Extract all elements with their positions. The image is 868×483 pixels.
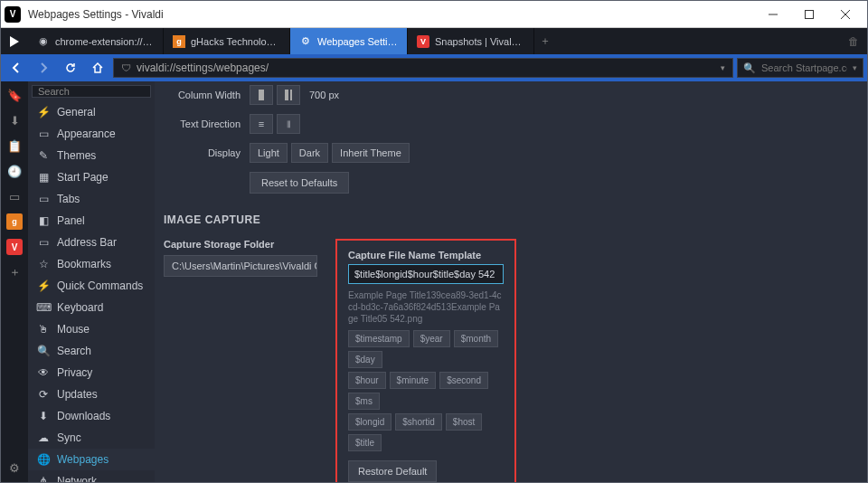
sidebar-item-label: Panel: [57, 214, 85, 227]
template-chip[interactable]: $day: [348, 351, 382, 368]
history-panel-icon[interactable]: 🕘: [6, 163, 23, 179]
window-title: Webpages Settings - Vivaldi: [28, 8, 755, 21]
sidebar-item-address-bar[interactable]: ▭Address Bar: [28, 232, 155, 253]
sidebar-item-keyboard[interactable]: ⌨Keyboard: [28, 297, 155, 318]
template-chip[interactable]: $year: [413, 330, 450, 347]
settings-sidebar: Search ⚡General▭Appearance✎Themes▦Start …: [28, 81, 155, 483]
sidebar-item-tabs[interactable]: ▭Tabs: [28, 188, 155, 210]
home-button[interactable]: [86, 57, 109, 79]
template-chip[interactable]: $timestamp: [348, 330, 410, 347]
sidebar-item-label: Themes: [57, 149, 96, 162]
sidebar-item-label: Quick Commands: [57, 279, 143, 292]
reset-defaults-button[interactable]: Reset to Defaults: [250, 172, 349, 194]
sidebar-item-privacy[interactable]: 👁Privacy: [28, 362, 155, 384]
display-inherit-button[interactable]: Inherit Theme: [332, 143, 410, 163]
gear-icon: ⚙: [299, 35, 312, 48]
minimize-button[interactable]: [755, 2, 791, 27]
restore-default-button[interactable]: Restore Default: [348, 460, 437, 482]
search-placeholder: Search Startpage.com: [761, 62, 847, 73]
window-panel-icon[interactable]: ▭: [6, 188, 23, 204]
maximize-button[interactable]: [791, 2, 827, 27]
notes-panel-icon[interactable]: 📋: [6, 137, 23, 154]
sidebar-icon: ⋔: [37, 475, 50, 483]
sidebar-icon: ▭: [37, 128, 50, 140]
sidebar-icon: ◧: [37, 214, 50, 227]
tab-title: gHacks Technology News: [191, 36, 280, 47]
sidebar-item-downloads[interactable]: ⬇Downloads: [28, 405, 155, 427]
tab-item[interactable]: g gHacks Technology News: [164, 28, 290, 54]
sidebar-item-sync[interactable]: ☁Sync: [28, 427, 155, 449]
close-button[interactable]: [827, 2, 863, 27]
shield-icon: 🛡: [121, 62, 131, 73]
forward-button[interactable]: [32, 57, 55, 79]
template-example: Example Page Title139cea89-3ed1-4ccd-bd3…: [348, 289, 504, 325]
sidebar-item-label: Mouse: [57, 323, 90, 336]
rtl-button[interactable]: ⦀: [277, 114, 300, 134]
template-chip[interactable]: $hour: [348, 372, 386, 389]
chevron-down-icon[interactable]: ▾: [721, 63, 725, 72]
sidebar-icon: 🖱: [37, 323, 50, 336]
template-chip[interactable]: $month: [454, 330, 498, 347]
vivaldi-menu-button[interactable]: [1, 28, 28, 54]
sidebar-item-label: General: [57, 106, 96, 118]
sidebar-item-panel[interactable]: ◧Panel: [28, 210, 155, 232]
sidebar-item-general[interactable]: ⚡General: [28, 101, 155, 123]
template-chip[interactable]: $second: [439, 372, 488, 389]
sidebar-item-label: Bookmarks: [57, 258, 111, 270]
template-chip[interactable]: $host: [446, 413, 482, 431]
sidebar-icon: 👁: [37, 366, 50, 379]
tab-title: Webpages Settings: [317, 36, 398, 47]
sidebar-item-themes[interactable]: ✎Themes: [28, 145, 155, 166]
reload-button[interactable]: [59, 57, 82, 79]
settings-search[interactable]: Search: [32, 85, 151, 98]
template-input[interactable]: [348, 264, 504, 284]
chevron-down-icon[interactable]: ▾: [853, 63, 857, 72]
display-light-button[interactable]: Light: [250, 143, 288, 163]
sidebar-item-updates[interactable]: ⟳Updates: [28, 384, 155, 405]
template-chip[interactable]: $ms: [348, 393, 380, 410]
sidebar-icon: ⌨: [37, 301, 50, 314]
bookmarks-panel-icon[interactable]: 🔖: [6, 87, 23, 103]
downloads-panel-icon[interactable]: ⬇: [6, 112, 23, 128]
url-field[interactable]: 🛡 vivaldi://settings/webpages/ ▾: [113, 58, 733, 78]
tab-item[interactable]: V Snapshots | Vivaldi Browser: [408, 28, 534, 54]
sidebar-item-webpages[interactable]: 🌐Webpages: [28, 449, 155, 470]
sidebar-item-appearance[interactable]: ▭Appearance: [28, 123, 155, 145]
app-icon: V: [5, 6, 21, 23]
sidebar-icon: ⚡: [37, 106, 50, 118]
sidebar-item-mouse[interactable]: 🖱Mouse: [28, 318, 155, 340]
vivaldi-icon: V: [417, 35, 429, 48]
tab-item-active[interactable]: ⚙ Webpages Settings: [290, 28, 408, 54]
new-tab-button[interactable]: ＋: [534, 28, 556, 54]
ghacks-panel-icon[interactable]: g: [6, 213, 23, 230]
template-chip[interactable]: $shortid: [395, 413, 442, 431]
template-chip[interactable]: $longid: [348, 413, 392, 431]
sidebar-item-label: Address Bar: [57, 236, 117, 249]
back-button[interactable]: [5, 57, 28, 79]
sidebar-item-label: Keyboard: [57, 301, 103, 314]
trash-button[interactable]: 🗑: [840, 28, 867, 54]
storage-folder-field[interactable]: C:\Users\Martin\Pictures\Vivaldi Cap: [164, 255, 317, 277]
sidebar-item-bookmarks[interactable]: ☆Bookmarks: [28, 253, 155, 275]
ltr-button[interactable]: ≡: [250, 114, 273, 134]
sidebar-item-network[interactable]: ⋔Network: [28, 470, 155, 483]
svg-rect-1: [806, 10, 814, 18]
column-width-toggle-2[interactable]: [277, 85, 300, 105]
template-chip[interactable]: $title: [348, 434, 382, 451]
ghacks-icon: g: [173, 35, 185, 48]
sidebar-item-search[interactable]: 🔍Search: [28, 340, 155, 362]
sidebar-icon: ☆: [37, 258, 50, 270]
sidebar-item-quick-commands[interactable]: ⚡Quick Commands: [28, 275, 155, 297]
display-dark-button[interactable]: Dark: [291, 143, 328, 163]
settings-panel-icon[interactable]: ⚙: [6, 459, 23, 476]
sidebar-item-start-page[interactable]: ▦Start Page: [28, 166, 155, 188]
template-label: Capture File Name Template: [348, 250, 504, 260]
template-chip[interactable]: $minute: [390, 372, 437, 389]
column-width-toggle-1[interactable]: [250, 85, 273, 105]
tab-item[interactable]: ◉ chrome-extension://mpogn: [28, 28, 164, 54]
add-panel-icon[interactable]: ＋: [6, 264, 23, 280]
tabstrip: ◉ chrome-extension://mpogn g gHacks Tech…: [1, 28, 867, 54]
search-field[interactable]: 🔍 Search Startpage.com ▾: [737, 58, 863, 78]
sidebar-icon: 🌐: [37, 453, 50, 466]
vivaldi-panel-icon[interactable]: V: [6, 239, 23, 255]
